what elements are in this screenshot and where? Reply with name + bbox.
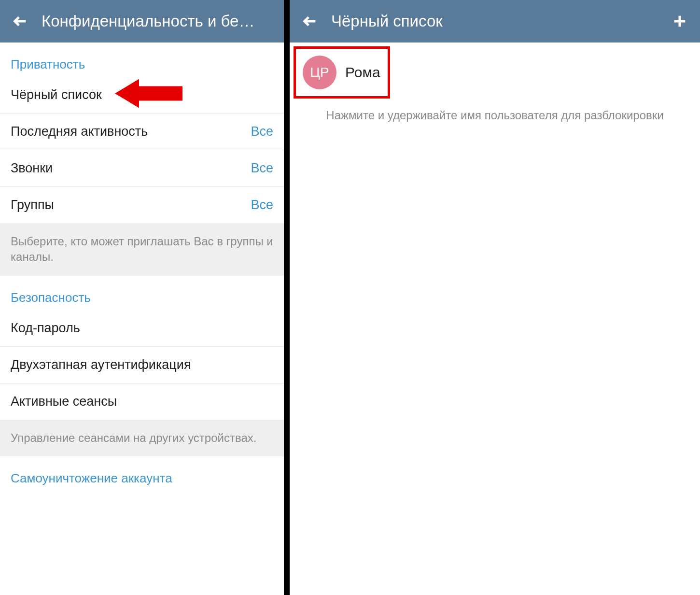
blacklist-pane: Чёрный список ЦР Рома Нажмите и удержива… <box>290 0 700 595</box>
row-sessions[interactable]: Активные сеансы <box>0 383 284 420</box>
privacy-settings-pane: Конфиденциальность и бе… Приватность Чёр… <box>0 0 284 595</box>
row-groups[interactable]: Группы Все <box>0 187 284 223</box>
blacklist-hint: Нажмите и удерживайте имя пользователя д… <box>290 107 700 124</box>
row-label: Двухэтапная аутентификация <box>11 357 191 372</box>
arrow-left-icon <box>302 13 318 29</box>
row-label: Группы <box>11 198 54 212</box>
annotation-arrow-icon <box>115 79 182 111</box>
page-title: Чёрный список <box>331 12 658 30</box>
page-title: Конфиденциальность и бе… <box>42 12 275 30</box>
row-label: Последняя активность <box>11 124 148 139</box>
section-title-self-destruct: Самоуничтожение аккаунта <box>0 456 284 491</box>
back-button[interactable] <box>9 10 32 33</box>
svg-marker-0 <box>115 79 182 108</box>
section-title-security: Безопасность <box>0 276 284 310</box>
back-button[interactable] <box>298 10 322 33</box>
header-left: Конфиденциальность и бе… <box>0 0 284 42</box>
plus-icon <box>672 13 688 29</box>
row-label: Чёрный список <box>11 87 102 102</box>
row-passcode[interactable]: Код-пароль <box>0 310 284 347</box>
privacy-hint: Выберите, кто может приглашать Вас в гру… <box>0 223 284 276</box>
pane-separator <box>284 0 290 595</box>
row-value: Все <box>251 124 273 139</box>
security-hint: Управление сеансами на других устройства… <box>0 420 284 456</box>
add-button[interactable] <box>668 10 691 33</box>
row-two-step[interactable]: Двухэтапная аутентификация <box>0 347 284 383</box>
row-label: Активные сеансы <box>11 394 117 409</box>
row-blacklist[interactable]: Чёрный список <box>0 77 284 113</box>
row-value: Все <box>251 198 273 212</box>
row-value: Все <box>251 161 273 176</box>
row-last-seen[interactable]: Последняя активность Все <box>0 113 284 150</box>
header-right: Чёрный список <box>290 0 700 42</box>
row-label: Код-пароль <box>11 321 80 336</box>
contact-name: Рома <box>345 64 380 81</box>
avatar: ЦР <box>303 56 336 89</box>
row-calls[interactable]: Звонки Все <box>0 150 284 187</box>
arrow-left-icon <box>12 13 28 29</box>
blocked-contact[interactable]: ЦР Рома <box>294 46 390 99</box>
section-title-privacy: Приватность <box>0 42 284 77</box>
row-label: Звонки <box>11 161 53 176</box>
